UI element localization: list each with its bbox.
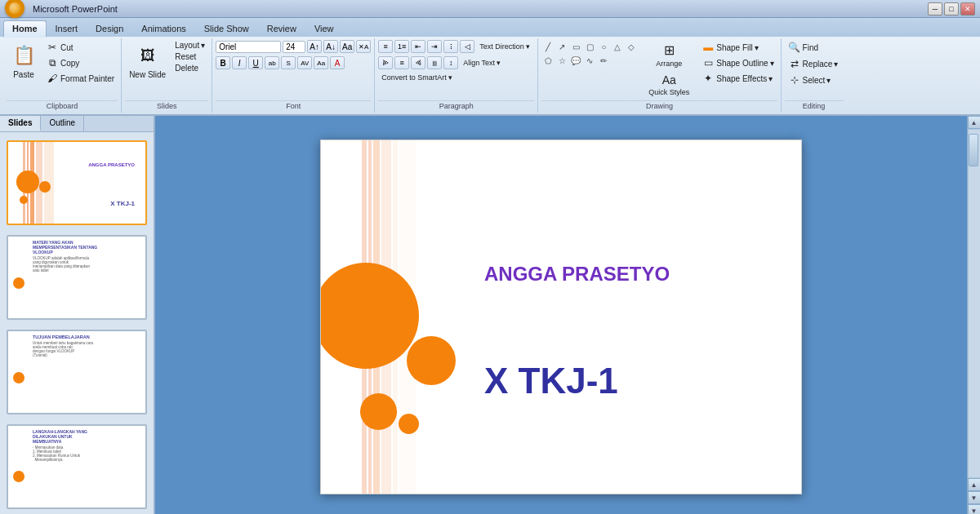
slide-thumb-4[interactable]: 4 ✤ LANGKAH-LANGKAH YANGDILAKUKAN UNTUKM… [7, 424, 147, 509]
outline-icon: ▭ [702, 56, 715, 69]
font-shrink-button[interactable]: A↓ [323, 40, 338, 53]
increase-indent-button[interactable]: ⇥ [427, 40, 442, 53]
scroll-down-small[interactable]: ▼ [968, 491, 981, 504]
slide-circle-small1 [360, 393, 397, 430]
tab-review[interactable]: Review [258, 20, 305, 36]
shape-outline-button[interactable]: ▭ Shape Outline▾ [698, 55, 777, 70]
delete-button[interactable]: Delete [172, 63, 208, 73]
slide-content-area: ANGGA PRASETYO X TKJ-1 [155, 116, 967, 514]
tab-design[interactable]: Design [87, 20, 132, 36]
maximize-button[interactable]: □ [944, 2, 959, 16]
right-scrollbar: ▲ ▲ ▼ ▼ [967, 116, 980, 514]
underline-button[interactable]: U [248, 56, 263, 69]
new-slide-button[interactable]: 🖼 New Slide [125, 40, 170, 82]
spacing-button[interactable]: AV [297, 56, 312, 69]
main-area: Slides Outline 1 ANGGA PRASETYO X TKJ-1 [0, 116, 980, 514]
star-shape-button[interactable]: ☆ [555, 54, 568, 67]
scroll-thumb[interactable] [969, 134, 978, 166]
font-grow-button[interactable]: A↑ [307, 40, 322, 53]
paste-button[interactable]: 📋 Paste [7, 40, 41, 82]
font-size-input[interactable] [283, 41, 305, 53]
main-slide[interactable]: ANGGA PRASETYO X TKJ-1 [320, 140, 802, 494]
replace-button[interactable]: ⇄ Replace▾ [785, 56, 842, 71]
align-right-button[interactable]: ⫷ [411, 56, 425, 69]
convert-smartart-button[interactable]: Convert to SmartArt▾ [378, 73, 456, 82]
bold-button[interactable]: B [216, 56, 230, 69]
drawing-label: Drawing [541, 100, 777, 111]
quick-styles-button[interactable]: Aa Quick Styles [644, 71, 693, 99]
round-rect-button[interactable]: ▢ [583, 40, 596, 53]
effects-icon: ✦ [702, 72, 715, 85]
char-spacing-button[interactable]: Aa [314, 56, 328, 69]
format-painter-icon: 🖌 [46, 72, 59, 85]
font-case-button[interactable]: Aa [340, 40, 354, 53]
find-button[interactable]: 🔍 Find [785, 40, 822, 55]
copy-button[interactable]: ⧉ Copy [42, 55, 118, 70]
slides-panel: Slides Outline 1 ANGGA PRASETYO X TKJ-1 [0, 116, 155, 514]
arrange-icon: ⊞ [664, 42, 675, 58]
line-spacing-button[interactable]: ↕ [443, 56, 458, 69]
scroll-track[interactable] [969, 130, 980, 477]
reset-button[interactable]: Reset [172, 51, 208, 62]
align-text-button[interactable]: Align Text▾ [460, 58, 504, 68]
align-left-button[interactable]: ⫸ [378, 56, 393, 69]
slides-tab-outline[interactable]: Outline [41, 116, 84, 131]
select-icon: ⊹ [788, 73, 801, 86]
decrease-indent-button[interactable]: ⇤ [411, 40, 425, 53]
curve-shape-button[interactable]: ∿ [583, 54, 596, 67]
ribbon-group-drawing: ╱ ↗ ▭ ▢ ○ △ ◇ ⬠ ☆ 💬 ∿ ✏ ⊞ Arrange [538, 38, 781, 113]
scroll-up-button[interactable]: ▲ [968, 116, 981, 129]
triangle-shape-button[interactable]: △ [611, 40, 624, 53]
slide-thumb-1[interactable]: 1 ANGGA PRASETYO X TKJ-1 [7, 140, 147, 225]
select-button[interactable]: ⊹ Select▾ [785, 73, 835, 87]
tab-home[interactable]: Home [3, 20, 47, 38]
slide-thumb-2[interactable]: 2 ✤ MATERI YANG AKANMEMPERSENTASIKAN TEN… [7, 235, 147, 320]
justify-button[interactable]: ⫼ [427, 56, 442, 69]
rtl-button[interactable]: ◁ [460, 40, 474, 53]
tab-view[interactable]: View [305, 20, 343, 36]
italic-button[interactable]: I [232, 56, 247, 69]
shape-fill-button[interactable]: ▬ Shape Fill▾ [698, 40, 777, 55]
scroll-down-button[interactable]: ▼ [968, 504, 981, 514]
freeform-button[interactable]: ✏ [597, 54, 610, 67]
layout-button[interactable]: Layout ▾ [172, 40, 208, 51]
arrange-button[interactable]: ⊞ Arrange [644, 40, 693, 70]
slide-thumb-3[interactable]: 3 ✤ TUJUAN PEMBELAJARAN Untuk memberi ta… [7, 330, 147, 414]
bullet-list-button[interactable]: ≡ [378, 40, 393, 53]
slides-tab-slides[interactable]: Slides [0, 116, 41, 131]
ribbon-tab-bar: Home Insert Design Animations Slide Show… [0, 18, 980, 36]
line-shape-button[interactable]: ╱ [541, 40, 555, 53]
tab-insert[interactable]: Insert [47, 20, 87, 36]
slide-subtitle[interactable]: X TKJ-1 [484, 361, 785, 401]
copy-icon: ⧉ [46, 56, 59, 69]
strikethrough-button[interactable]: ab [265, 56, 279, 69]
ribbon: 📋 Paste ✂ Cut ⧉ Copy 🖌 Format Painter [0, 36, 980, 114]
minimize-button[interactable]: ─ [928, 2, 942, 16]
cut-button[interactable]: ✂ Cut [42, 40, 118, 55]
align-center-button[interactable]: ≡ [394, 56, 409, 69]
diamond-shape-button[interactable]: ◇ [625, 40, 638, 53]
arrow-shape-button[interactable]: ↗ [555, 40, 568, 53]
pentagon-shape-button[interactable]: ⬠ [541, 54, 555, 67]
oval-shape-button[interactable]: ○ [597, 40, 610, 53]
scroll-up-small[interactable]: ▲ [968, 478, 981, 491]
format-painter-button[interactable]: 🖌 Format Painter [42, 71, 118, 86]
font-clear-button[interactable]: ✕A [356, 40, 371, 53]
tab-slideshow[interactable]: Slide Show [195, 20, 258, 36]
slides-label: Slides [125, 100, 208, 111]
font-color-button[interactable]: A [330, 56, 345, 69]
tab-animations[interactable]: Animations [132, 20, 194, 36]
title-bar-controls: ─ □ ✕ [928, 2, 975, 16]
text-direction-button[interactable]: Text Direction▾ [476, 42, 533, 51]
font-name-input[interactable] [216, 41, 281, 53]
num-list-button[interactable]: 1≡ [394, 40, 409, 53]
title-bar: Microsoft PowerPoint ─ □ ✕ [0, 0, 980, 18]
close-button[interactable]: ✕ [960, 2, 975, 16]
shape-effects-button[interactable]: ✦ Shape Effects▾ [698, 71, 777, 86]
shadow-button[interactable]: S [281, 56, 296, 69]
rect-shape-button[interactable]: ▭ [569, 40, 582, 53]
callout-shape-button[interactable]: 💬 [569, 54, 582, 67]
cols-button[interactable]: ⫶ [443, 40, 458, 53]
office-button[interactable] [5, 0, 24, 18]
slide-title[interactable]: ANGGA PRASETYO [484, 263, 785, 286]
